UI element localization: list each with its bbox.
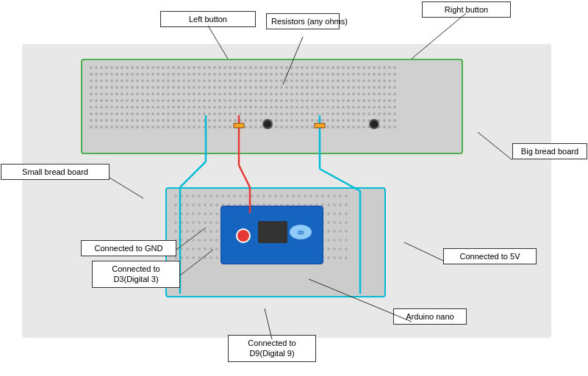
left-button-component	[262, 119, 273, 129]
connected-d9-label: Connected toD9(Digital 9)	[228, 335, 316, 362]
connected-gnd-label: Connected to GND	[81, 240, 176, 256]
small-breadboard-label: Small bread board	[1, 164, 110, 180]
arduino-circle	[236, 228, 251, 243]
left-button-label: Left button	[160, 11, 256, 27]
svg-line-1	[239, 165, 250, 187]
connected-d3-label: Connected toD3(Digital 3)	[92, 261, 180, 288]
resistors-label: Resistors (any ohms)	[266, 13, 340, 29]
diagram-area: ꝏ	[22, 44, 551, 338]
big-breadboard-label: Big bread board	[512, 143, 587, 159]
right-button-component	[369, 119, 379, 129]
arduino-logo-icon: ꝏ	[290, 225, 312, 239]
arduino-nano: ꝏ	[220, 206, 323, 264]
connected-5v-label: Connected to 5V	[443, 248, 537, 264]
arduino-nano-label: Arduino nano	[393, 308, 467, 325]
svg-line-4	[180, 162, 206, 187]
right-button-label: Right button	[422, 1, 511, 18]
arduino-chip	[258, 221, 287, 243]
big-breadboard	[81, 59, 463, 154]
